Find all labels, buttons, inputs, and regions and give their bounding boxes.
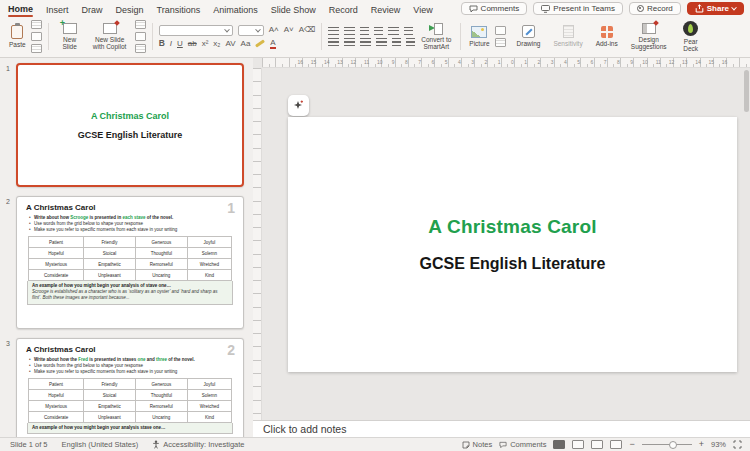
font-size-combobox[interactable] [238,25,264,36]
share-icon [695,4,704,13]
superscript-button[interactable]: x² [202,40,209,48]
text-box-icon[interactable] [495,38,506,47]
tab-home[interactable]: Home [8,1,33,17]
paste-button[interactable]: Paste [7,24,28,49]
justify-icon[interactable] [376,38,387,46]
slide-1-thumbnail[interactable]: A Christmas Carol GCSE English Literatur… [16,63,244,187]
slide-3-thumbnail[interactable]: A Christmas Carol 2 Write about how the … [16,338,244,437]
notes-toggle-button[interactable]: Notes [462,440,493,449]
zoom-level[interactable]: 93% [711,440,726,449]
convert-to-smartart-button[interactable]: Convert to SmartArt [418,22,454,52]
change-case-button[interactable]: Aa [241,40,251,48]
ribbon: Paste New Slide New Slide with Copilot [0,17,750,58]
slide-editor[interactable]: A Christmas Carol GCSE English Literatur… [288,117,737,372]
teams-screen-icon [541,5,550,13]
tab-transitions[interactable]: Transitions [157,2,201,15]
new-slide-with-copilot-label: New Slide with Copilot [90,36,130,51]
add-ins-button[interactable]: Add-ins [594,25,620,48]
accessibility-status[interactable]: Accessibility: Investigate [152,440,244,449]
work-area: 1 A Christmas Carol GCSE English Literat… [0,58,750,437]
design-suggestions-button[interactable]: Design Suggestions [629,22,669,52]
cut-icon[interactable] [31,20,42,29]
smartart-icon [429,23,443,34]
share-button[interactable]: Share [687,2,744,15]
reset-slide-icon[interactable] [135,32,146,41]
text-direction-icon[interactable] [392,38,401,46]
copilot-designer-button[interactable] [288,95,309,116]
underline-button[interactable]: U [177,40,183,48]
align-center-icon[interactable] [344,38,355,46]
clear-formatting-button[interactable]: A⌫ [299,26,316,34]
thumb1-subtitle: GCSE English Literature [78,130,183,140]
drawing-label: Drawing [517,40,541,47]
align-right-icon[interactable] [360,38,371,46]
decrease-font-size-button[interactable]: A˅ [284,26,294,34]
font-color-button[interactable]: A [270,39,275,49]
pear-deck-button[interactable]: Pear Deck [678,20,704,54]
zoom-out-button[interactable]: − [629,440,634,449]
present-in-teams-button[interactable]: Present in Teams [533,2,623,15]
clipboard-group: Paste [4,19,45,54]
new-slide-button[interactable]: New Slide [55,22,85,52]
comment-icon [469,5,478,13]
slide-subtitle-text[interactable]: GCSE English Literature [420,255,606,273]
italic-button[interactable]: I [170,40,172,48]
bullet-list-icon[interactable] [328,27,339,35]
tab-view[interactable]: View [413,2,432,15]
comments-button[interactable]: Comments [461,2,528,15]
comment-icon [499,441,507,449]
bold-button[interactable]: B [159,39,165,48]
shapes-icon[interactable] [495,26,506,35]
vertical-ruler [253,68,262,420]
columns-icon[interactable] [404,27,413,35]
tab-insert[interactable]: Insert [46,2,69,15]
reading-view-button[interactable] [591,440,603,449]
align-text-icon[interactable] [406,38,415,46]
paste-clipboard-icon [11,25,23,39]
new-slide-with-copilot-button[interactable]: New Slide with Copilot [88,22,132,52]
shape-minis [495,26,506,47]
format-painter-icon[interactable] [31,44,42,53]
picture-button[interactable]: Picture [467,25,491,48]
highlight-pen-icon[interactable] [255,39,265,47]
slide-2-thumbnail[interactable]: A Christmas Carol 1 Write about how Scro… [16,196,244,329]
thumb3-title: A Christmas Carol [26,345,234,354]
strikethrough-button[interactable]: ab [188,40,197,48]
align-left-icon[interactable] [328,38,339,46]
tab-record[interactable]: Record [329,2,358,15]
normal-view-button[interactable] [553,440,565,449]
fit-slide-to-window-icon[interactable] [733,440,742,449]
decrease-indent-icon[interactable] [360,27,369,35]
language-indicator[interactable]: English (United States) [62,440,139,449]
notes-pane[interactable]: Click to add notes [253,420,750,437]
numbered-list-icon[interactable] [344,27,355,35]
tab-slide-show[interactable]: Slide Show [271,2,316,15]
font-name-combobox[interactable] [159,25,233,36]
slide-layout-icon[interactable] [135,20,146,29]
slide-title-text[interactable]: A Christmas Carol [428,216,596,238]
line-spacing-icon[interactable] [388,27,399,35]
tab-draw[interactable]: Draw [82,2,103,15]
zoom-in-button[interactable]: + [699,440,704,449]
record-button[interactable]: Record [629,2,681,15]
comments-toggle-button[interactable]: Comments [499,440,546,449]
zoom-slider-knob[interactable] [669,441,677,449]
status-left: Slide 1 of 5 English (United States) Acc… [10,440,245,449]
increase-indent-icon[interactable] [374,27,383,35]
character-spacing-button[interactable]: AV [225,40,235,48]
copy-icon[interactable] [31,32,42,41]
zoom-slider[interactable] [642,444,692,445]
increase-font-size-button[interactable]: A˄ [269,26,279,34]
insert-media-group: Picture Drawing Sensitivity Add-ins [464,19,706,54]
tab-design[interactable]: Design [116,2,144,15]
paragraph-group: Convert to SmartArt [325,19,457,54]
section-icon[interactable] [135,44,146,53]
drawing-button[interactable]: Drawing [515,24,543,48]
slideshow-view-button[interactable] [610,440,622,449]
slide-sorter-view-button[interactable] [572,440,584,449]
tab-animations[interactable]: Animations [213,2,258,15]
present-in-teams-label: Present in Teams [553,4,615,13]
tab-review[interactable]: Review [371,2,401,15]
vertical-scrollbar[interactable] [744,70,749,112]
subscript-button[interactable]: x₂ [213,40,220,48]
